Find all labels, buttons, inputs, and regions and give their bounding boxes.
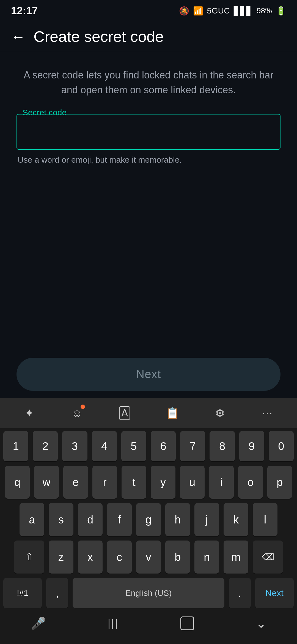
key-x[interactable]: x: [78, 541, 103, 574]
input-wrapper: Secret code: [16, 114, 280, 150]
key-o[interactable]: o: [238, 466, 263, 499]
header: ← Create secret code: [0, 19, 297, 51]
key-y[interactable]: y: [151, 466, 175, 499]
period-key[interactable]: .: [229, 578, 251, 608]
key-z[interactable]: z: [49, 541, 73, 574]
settings-button[interactable]: ⚙: [208, 403, 232, 423]
key-n[interactable]: n: [194, 541, 219, 574]
key-f[interactable]: f: [107, 503, 132, 536]
nav-bar: 🎤 ||| ⌄: [0, 608, 297, 644]
shift-key[interactable]: ⇧: [14, 541, 44, 574]
clipboard-icon: 📋: [166, 407, 179, 420]
mute-icon: 🔕: [179, 6, 189, 16]
row-qwerty: q w e r t y u i o p: [3, 466, 294, 499]
key-s[interactable]: s: [49, 503, 73, 536]
page-title: Create secret code: [34, 28, 164, 45]
input-label: Secret code: [21, 108, 68, 117]
row-zxcv: ⇧ z x c v b n m ⌫: [3, 541, 294, 574]
emoji-icon: ☺: [72, 407, 83, 419]
key-9[interactable]: 9: [239, 431, 264, 461]
key-t[interactable]: t: [122, 466, 146, 499]
key-r[interactable]: r: [92, 466, 117, 499]
status-icons: 🔕 📶 5GUC ▋▋▋ 98% 🔋: [179, 6, 286, 16]
row-bottom: !#1 , English (US) . Next: [3, 578, 294, 608]
gear-icon: ⚙: [215, 407, 225, 419]
key-l[interactable]: l: [253, 503, 277, 536]
number-row: 1 2 3 4 5 6 7 8 9 0: [3, 431, 294, 461]
description-text: A secret code lets you find locked chats…: [16, 68, 280, 97]
key-w[interactable]: w: [34, 466, 59, 499]
key-2[interactable]: 2: [33, 431, 58, 461]
mic-icon: 🎤: [31, 616, 46, 631]
key-b[interactable]: b: [165, 541, 190, 574]
key-v[interactable]: v: [136, 541, 161, 574]
main-content: A secret code lets you find locked chats…: [0, 51, 297, 176]
signal-icon: ▋▋▋: [234, 6, 253, 16]
key-6[interactable]: 6: [151, 431, 176, 461]
chevron-down-icon: ⌄: [256, 616, 266, 631]
key-3[interactable]: 3: [62, 431, 87, 461]
status-time: 12:17: [11, 5, 38, 17]
key-i[interactable]: i: [209, 466, 234, 499]
emoji-button[interactable]: ☺: [65, 403, 89, 423]
secret-code-input[interactable]: [16, 114, 280, 150]
key-h[interactable]: h: [165, 503, 190, 536]
key-m[interactable]: m: [224, 541, 248, 574]
key-d[interactable]: d: [78, 503, 103, 536]
key-a[interactable]: a: [20, 503, 44, 536]
home-button[interactable]: [180, 616, 194, 630]
row-asdf: a s d f g h j k l: [3, 503, 294, 536]
key-1[interactable]: 1: [3, 431, 28, 461]
delete-icon: ⌫: [262, 552, 274, 562]
symbols-key[interactable]: !#1: [3, 578, 42, 608]
key-j[interactable]: j: [194, 503, 219, 536]
keyboard-next-key[interactable]: Next: [255, 578, 294, 608]
key-8[interactable]: 8: [210, 431, 235, 461]
menu-button[interactable]: |||: [108, 618, 119, 629]
key-0[interactable]: 0: [269, 431, 294, 461]
more-button[interactable]: ···: [255, 403, 280, 423]
keyboard-section: ✦ ☺ A 📋 ⚙ ··· 1 2 3 4 5 6 7 8 9: [0, 398, 297, 608]
translate-button[interactable]: A: [112, 403, 137, 423]
key-e[interactable]: e: [63, 466, 88, 499]
key-rows: 1 2 3 4 5 6 7 8 9 0 q w e r t y u i o p …: [0, 428, 297, 608]
shift-icon: ⇧: [25, 551, 33, 563]
clipboard-button[interactable]: 📋: [160, 403, 185, 423]
back-button[interactable]: ←: [11, 28, 25, 45]
wifi-icon: 📶: [193, 6, 203, 16]
translate-icon: A: [119, 406, 130, 420]
key-7[interactable]: 7: [180, 431, 205, 461]
delete-key[interactable]: ⌫: [253, 541, 283, 574]
key-p[interactable]: p: [267, 466, 292, 499]
key-c[interactable]: c: [107, 541, 132, 574]
key-u[interactable]: u: [180, 466, 205, 499]
key-5[interactable]: 5: [121, 431, 146, 461]
ai-button[interactable]: ✦: [17, 403, 42, 423]
emoji-dot: [81, 405, 85, 409]
network-label: 5GUC: [207, 6, 230, 15]
comma-key[interactable]: ,: [46, 578, 68, 608]
next-button[interactable]: Next: [16, 358, 280, 391]
status-bar: 12:17 🔕 📶 5GUC ▋▋▋ 98% 🔋: [0, 0, 297, 19]
back-nav-button[interactable]: ⌄: [256, 616, 266, 631]
more-icon: ···: [262, 407, 273, 419]
input-hint: Use a word or emoji, but make it memorab…: [16, 155, 280, 165]
keyboard-toolbar: ✦ ☺ A 📋 ⚙ ···: [0, 398, 297, 428]
space-key[interactable]: English (US): [73, 578, 224, 608]
key-g[interactable]: g: [136, 503, 161, 536]
key-4[interactable]: 4: [92, 431, 117, 461]
ai-icon: ✦: [25, 407, 34, 419]
key-q[interactable]: q: [5, 466, 30, 499]
key-k[interactable]: k: [224, 503, 248, 536]
battery-label: 98%: [257, 6, 272, 15]
menu-icon: |||: [108, 618, 119, 629]
battery-icon: 🔋: [276, 6, 286, 16]
home-icon: [180, 616, 194, 630]
next-button-container: Next: [16, 358, 280, 391]
mic-button[interactable]: 🎤: [31, 616, 46, 631]
